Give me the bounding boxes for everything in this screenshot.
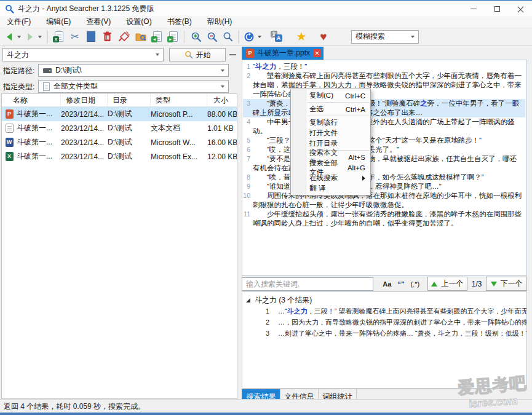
menu-view[interactable]: 查看(V) — [79, 15, 117, 28]
file-row-icon-cell: P — [2, 109, 17, 119]
zoom-out-icon[interactable] — [204, 30, 220, 44]
search-input[interactable] — [7, 50, 156, 59]
column-dir[interactable]: 目录 — [108, 94, 151, 106]
context-menu-item[interactable]: 打开文件 — [291, 128, 370, 138]
path-filter-combo[interactable]: D:\测试\ — [38, 64, 229, 77]
next-match-button[interactable]: 下一个 — [486, 277, 527, 291]
column-size[interactable]: 大小 — [207, 94, 237, 106]
arrow-up-icon — [431, 282, 437, 287]
result-number: 2 — [242, 317, 278, 328]
tree-expand-icon[interactable] — [246, 298, 250, 302]
refresh-dropdown-icon[interactable] — [256, 30, 263, 44]
results-group-header[interactable]: 斗之力 (3 个结果) — [242, 294, 526, 306]
text-segment: “萧炎， — [267, 100, 290, 107]
column-name[interactable]: 名称 — [2, 94, 61, 106]
find-input[interactable] — [242, 277, 373, 291]
file-type-icon — [43, 82, 50, 91]
preview-line[interactable]: 4中年男子话刚刚脱口，便是不出意外的在人头汹涌的广场上带起了一阵嘲讽的骚动。 — [243, 117, 525, 136]
regex-button[interactable]: (.*) — [407, 278, 423, 290]
search-icon — [185, 50, 193, 59]
preview-line[interactable]: 7“要不是族长是他的父亲，这种废物，早就被驱赶出家族，任其自生自灭了，哪还有机会… — [243, 154, 525, 173]
file-type: Microsoft Ex... — [151, 152, 207, 161]
copy-document-icon[interactable] — [83, 30, 99, 44]
tab-close-icon[interactable] — [313, 49, 321, 57]
line-number: 10 — [243, 191, 253, 210]
cut-icon[interactable]: ✂ — [67, 30, 83, 44]
previous-document-icon[interactable]: ◂ — [149, 30, 165, 44]
menu-file[interactable]: 文件(F) — [0, 15, 38, 28]
left-pane: 开始 指定路径: D:\测试\ 指定类型: 全部文件类型 名称 修改日期 目录 … — [1, 47, 240, 399]
match-phrase-button[interactable]: “” — [394, 278, 407, 290]
context-menu-item[interactable]: 复制该行 — [291, 117, 370, 128]
result-row[interactable]: 1…“斗之力，三段！” 望着测验魔石碑上面闪亮得甚至有些刺眼的五个大字，少年面无… — [242, 306, 526, 317]
start-search-button[interactable]: 开始 — [169, 48, 226, 61]
context-menu-item[interactable]: 翻 译 — [291, 183, 370, 194]
fuzzy-search-select[interactable]: 模糊搜索 — [351, 30, 419, 44]
column-type[interactable]: 类型 — [151, 94, 207, 106]
window-title: 斗之力 - Anytxt Searcher 1.3.1225 免费版 — [18, 4, 154, 14]
menu-separator — [308, 116, 369, 116]
file-row[interactable]: P斗破第一...2023/12/14...D:\测试Microsoft P...… — [2, 107, 237, 121]
match-case-button[interactable]: Aa — [379, 278, 394, 290]
context-menu-item[interactable]: 搜索全部文件Alt+G — [291, 162, 370, 173]
context-menu-item[interactable]: 全选Ctrl+A — [291, 104, 370, 114]
context-menu-item[interactable]: 在线搜索 — [291, 173, 370, 183]
type-filter-combo[interactable]: 全部文件类型 — [38, 80, 229, 93]
translate-icon[interactable]: 文 A — [269, 30, 287, 44]
clear-highlight-icon[interactable] — [115, 30, 132, 44]
preview-line[interactable]: 11少年缓缓抬起头颅，露出一张有些清秀的稚嫩脸庞，漆黑的眸子木然的在周围那些嘲讽… — [243, 210, 525, 228]
preview-line[interactable]: 1“斗之力，三段！” — [243, 62, 525, 71]
preview-line[interactable]: 2望着测验魔石碑上面闪亮得甚至有些刺眼的五个大字，少年面无表情，唇角有着一抹自嘲… — [243, 71, 525, 99]
file-date: 2023/12/14... — [61, 152, 108, 161]
previous-match-button[interactable]: 上一个 — [427, 277, 467, 291]
forward-icon[interactable] — [23, 30, 37, 44]
result-row[interactable]: 2…，因为大力，而导致略微尖锐的指甲深深的刺进了掌心之中，带来一阵阵钻心的疼痛…… — [242, 317, 526, 328]
search-keyword-combo[interactable] — [2, 48, 164, 61]
next-document-icon[interactable]: ▸ — [165, 30, 181, 44]
search-icon[interactable] — [220, 30, 235, 44]
back-icon[interactable] — [2, 30, 16, 44]
preview-line[interactable]: 5“三段？嘿嘿，果然不出我所料，这个“天才”这一年又是在原地踏步！” — [243, 136, 525, 145]
minimize-icon — [470, 9, 477, 9]
column-date[interactable]: 修改日期 — [61, 94, 108, 106]
preview-line[interactable]: 3“萧炎，斗之力，三段！级别：低级！”测验魔石碑之旁，一位中年男子，看了一眼碑上… — [243, 99, 525, 117]
forward-dropdown-icon[interactable] — [37, 30, 43, 44]
context-menu-item[interactable]: 打开目录 — [291, 138, 370, 149]
file-row[interactable]: W斗破第一...2023/12/14...D:\测试Microsoft W...… — [2, 135, 237, 149]
file-row-icon-cell: W — [2, 138, 17, 147]
close-button[interactable] — [509, 1, 532, 16]
text-segment: 少年缓缓抬起头颅，露出一张有些清秀的稚嫩脸庞，漆黑的眸子木然的在周围那些嘲讽的同… — [253, 210, 522, 227]
favorites-star-icon[interactable]: ★ — [292, 30, 311, 44]
menu-bookmark[interactable]: 书签(B) — [161, 15, 199, 28]
donate-heart-icon[interactable]: ♥ — [314, 30, 333, 44]
file-list-header[interactable]: 名称 修改日期 目录 类型 大小 — [2, 94, 237, 107]
file-name: 斗破第一... — [17, 151, 61, 162]
submenu-arrow-icon — [362, 176, 365, 181]
result-row[interactable]: 3…刺进了掌心之中，带来一阵阵钻心的疼痛… “萧炎，斗之力，三段！级别：低级！“… — [242, 328, 526, 339]
delete-icon[interactable] — [99, 30, 115, 44]
menu-help[interactable]: 帮助(H) — [200, 15, 239, 28]
refresh-icon[interactable] — [242, 30, 256, 44]
minimize-button[interactable] — [462, 1, 485, 16]
path-filter-label: 指定路径: — [3, 66, 34, 76]
export-document-icon[interactable]: x — [51, 30, 67, 44]
context-menu-item[interactable]: 复制(C)Ctrl+C — [291, 90, 370, 101]
line-number: 11 — [243, 210, 253, 228]
menu-edit[interactable]: 编辑(E) — [39, 15, 77, 28]
browse-folder-icon[interactable] — [132, 30, 149, 44]
document-preview[interactable]: 1“斗之力，三段！”2望着测验魔石碑上面闪亮得甚至有些刺眼的五个大字，少年面无表… — [242, 60, 527, 276]
collapse-panel-button[interactable] — [229, 54, 236, 55]
preview-line[interactable]: 9“谁知道呢，或许做了什么亏心事，惹得神灵降怒了吧…” — [243, 182, 525, 191]
menu-settings[interactable]: 设置(O) — [119, 15, 158, 28]
back-dropdown-icon[interactable] — [16, 30, 22, 44]
document-tab[interactable]: P 斗破第一章.pptx — [242, 47, 324, 60]
menu-item-label: 全选 — [309, 105, 324, 114]
file-row[interactable]: 斗破第一...2023/12/14...D:\测试文本文档1.01 KB — [2, 121, 237, 135]
file-row[interactable]: X斗破第一...2023/12/14...D:\测试Microsoft Ex..… — [2, 149, 237, 164]
maximize-button[interactable] — [485, 1, 509, 16]
zoom-in-icon[interactable] — [188, 30, 204, 44]
preview-line[interactable]: 6“哎，这废物真是把家族的脸都给丢光了。” — [243, 145, 525, 154]
path-filter-value: D:\测试\ — [55, 65, 82, 76]
preview-line[interactable]: 10周围传来的不屑冷笑以及嘲讽，落在那如木桩待在原地的少年耳中，恍如一根根利刺狠… — [243, 191, 525, 210]
preview-line[interactable]: 8“唉，昔年那名闻乌坦城的天才少年，如今怎么落魄成这般模样了啊？” — [243, 173, 525, 182]
